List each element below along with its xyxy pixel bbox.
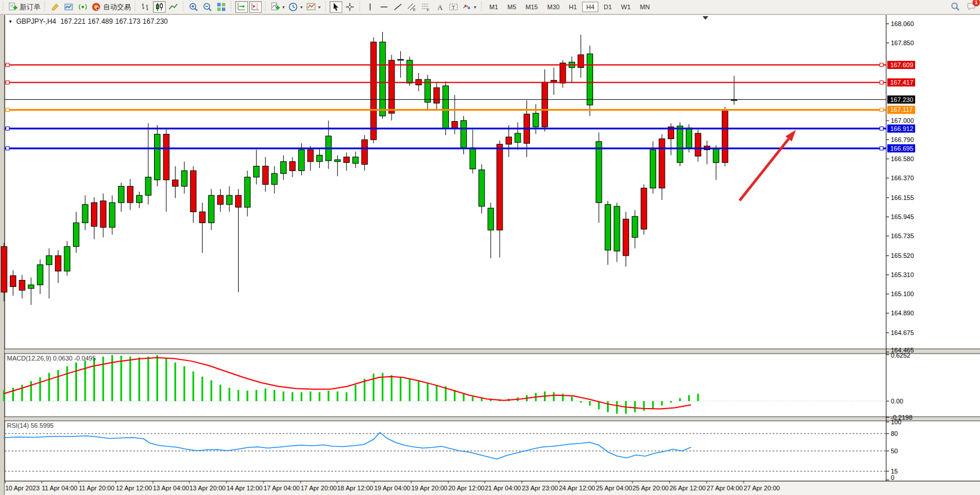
cursor-icon xyxy=(331,2,341,12)
rsi-axis-label: 50 xyxy=(891,447,898,454)
line-handle[interactable] xyxy=(880,108,883,111)
candle xyxy=(28,285,34,288)
time-label: 27 Apr 04:00 xyxy=(707,485,743,492)
indicators-icon xyxy=(270,2,280,12)
timeframe-h4-button[interactable]: H4 xyxy=(582,2,598,12)
zoom-in-button[interactable] xyxy=(187,1,200,13)
trendline-button[interactable] xyxy=(392,1,404,13)
line-handle[interactable] xyxy=(6,81,9,84)
arrows-button[interactable]: ▼ xyxy=(461,1,478,13)
time-label: 18 Apr 12:00 xyxy=(337,485,373,492)
candle xyxy=(136,195,142,203)
fibonacci-button[interactable]: F xyxy=(419,1,432,13)
bar-chart-button[interactable] xyxy=(139,1,152,13)
candle xyxy=(1,246,7,292)
svg-text:E: E xyxy=(413,8,416,12)
cursor-button[interactable] xyxy=(330,1,342,13)
zoom-out-button[interactable] xyxy=(201,1,214,13)
candle xyxy=(587,54,593,105)
chart-shift-button[interactable] xyxy=(249,1,262,13)
period-button[interactable]: ▼ xyxy=(287,1,304,13)
autoscroll-button[interactable] xyxy=(235,1,248,13)
line-handle[interactable] xyxy=(6,108,9,111)
toolbar-separator xyxy=(480,2,484,12)
brush-button[interactable] xyxy=(49,1,61,13)
chart-window-button[interactable] xyxy=(63,1,75,13)
chart-canvas[interactable]: 10 Apr 202311 Apr 04:0011 Apr 20:0012 Ap… xyxy=(0,14,980,495)
candle xyxy=(443,86,448,129)
candle xyxy=(100,201,106,228)
line-handle[interactable] xyxy=(880,81,883,84)
candle xyxy=(181,171,187,187)
vline-button[interactable] xyxy=(364,1,376,13)
price-tick-label: 168.060 xyxy=(891,20,914,27)
candle xyxy=(479,170,485,206)
price-line-value: 167.609 xyxy=(890,61,913,68)
line-handle[interactable] xyxy=(880,127,883,130)
candle xyxy=(389,60,394,113)
timeframe-h1-button[interactable]: H1 xyxy=(565,2,581,12)
toolbar: 新订单自动交易▼▼▼EFAT▼M1M5M15M30H1H4D1W1MN1 xyxy=(0,0,980,14)
line-handle[interactable] xyxy=(6,127,9,130)
price-tick-label: 165.735 xyxy=(891,232,914,239)
timeframe-m1-button[interactable]: M1 xyxy=(485,2,502,12)
autotrade-button[interactable]: 自动交易 xyxy=(90,1,131,13)
bid-price-value: 167.230 xyxy=(890,96,913,103)
chat-button[interactable]: 1 xyxy=(966,1,977,14)
timeframe-m15-button[interactable]: M15 xyxy=(521,2,542,12)
candle xyxy=(361,140,367,165)
line-handle[interactable] xyxy=(880,63,883,67)
line-handle[interactable] xyxy=(880,147,883,150)
time-label: 27 Apr 20:00 xyxy=(744,485,780,492)
candle xyxy=(461,121,467,148)
svg-text:T: T xyxy=(452,5,455,10)
timeframe-m5-button[interactable]: M5 xyxy=(503,2,520,12)
candle xyxy=(353,157,359,163)
bar-chart-icon xyxy=(140,2,151,12)
candle xyxy=(506,137,511,144)
period-icon xyxy=(288,2,298,12)
zoom-in-icon xyxy=(188,2,199,12)
candle xyxy=(650,150,656,188)
timeframe-w1-button[interactable]: W1 xyxy=(617,2,635,12)
text-button[interactable]: A xyxy=(433,1,446,13)
signal-icon xyxy=(78,2,88,12)
crosshair-icon xyxy=(345,2,355,12)
time-axis[interactable]: 10 Apr 202311 Apr 04:0011 Apr 20:0012 Ap… xyxy=(5,481,980,495)
candle xyxy=(713,149,719,163)
candle xyxy=(452,121,458,129)
timeframe-d1-button[interactable]: D1 xyxy=(599,2,616,12)
candle xyxy=(272,173,277,184)
chart-background xyxy=(5,15,980,495)
pane-splitter[interactable] xyxy=(5,350,980,353)
template-button[interactable]: ▼ xyxy=(305,1,322,13)
label-button[interactable]: T xyxy=(447,1,460,13)
candle xyxy=(82,205,88,223)
chart-shift-icon xyxy=(250,2,261,12)
toolbar-separator xyxy=(43,2,47,12)
line-handle[interactable] xyxy=(6,63,9,67)
price-tick-label: 166.790 xyxy=(891,136,914,143)
notification-badge: 1 xyxy=(972,0,980,6)
timeframe-mn-button[interactable]: MN xyxy=(636,2,654,12)
search-icon[interactable] xyxy=(950,1,960,14)
crosshair-button[interactable] xyxy=(343,1,356,13)
line-chart-button[interactable] xyxy=(167,1,180,13)
pane-splitter[interactable] xyxy=(5,417,980,420)
macd-axis-label: 0.6252 xyxy=(891,352,910,359)
tile-windows-button[interactable] xyxy=(215,1,228,13)
price-tick-label: 167.850 xyxy=(891,39,914,46)
candle xyxy=(92,203,97,227)
hline-button[interactable] xyxy=(378,1,390,13)
candle-chart-button[interactable] xyxy=(153,1,166,13)
macd-axis-label: 0.00 xyxy=(891,398,903,405)
channel-button[interactable]: E xyxy=(405,1,418,13)
new-order-button[interactable]: 新订单 xyxy=(7,1,41,13)
indicators-button[interactable]: ▼ xyxy=(269,1,286,13)
line-handle[interactable] xyxy=(6,147,9,150)
tile-windows-icon xyxy=(216,2,226,12)
toolbar-separator xyxy=(181,2,185,12)
timeframe-m30-button[interactable]: M30 xyxy=(543,2,564,12)
signal-button[interactable] xyxy=(76,1,89,13)
candle xyxy=(542,82,548,127)
